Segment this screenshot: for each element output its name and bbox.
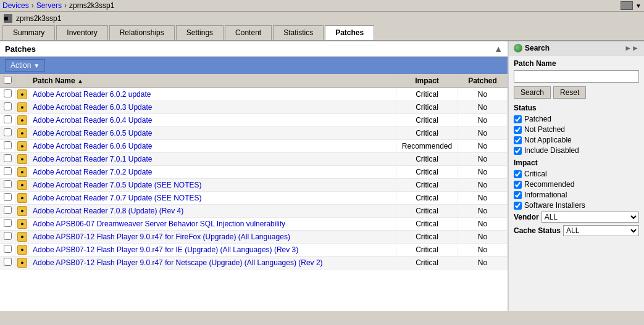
impact-option-1: Recommended — [514, 180, 639, 189]
tab-patches[interactable]: Patches — [325, 25, 374, 40]
row-checkbox-cell[interactable] — [0, 205, 16, 218]
cache-status-filter-row: Cache Status ALL — [514, 225, 639, 236]
row-patched-cell: No — [458, 218, 508, 231]
row-name-cell[interactable]: Adobe Acrobat Reader 7.0.1 Update — [29, 153, 396, 166]
status-checkbox-0[interactable] — [514, 115, 522, 123]
row-name-cell[interactable]: Adobe Acrobat Reader 6.0.4 Update — [29, 114, 396, 127]
status-checkbox-3[interactable] — [514, 147, 522, 155]
row-checkbox-cell[interactable] — [0, 192, 16, 205]
header-patch-name[interactable]: Patch Name ▲ — [29, 74, 396, 88]
row-checkbox-2[interactable] — [4, 115, 12, 123]
row-checkbox-cell[interactable] — [0, 153, 16, 166]
cache-status-select[interactable]: ALL — [563, 225, 639, 236]
patch-link-0[interactable]: Adobe Acrobat Reader 6.0.2 update — [33, 90, 151, 99]
search-button[interactable]: Search — [514, 86, 551, 99]
row-checkbox-cell[interactable] — [0, 257, 16, 269]
row-checkbox-cell[interactable] — [0, 166, 16, 179]
patch-link-1[interactable]: Adobe Acrobat Reader 6.0.3 Update — [33, 103, 152, 112]
patch-type-icon: ● — [17, 206, 27, 216]
patch-name-input[interactable] — [514, 70, 639, 83]
row-checkbox-11[interactable] — [4, 232, 12, 240]
select-all-checkbox[interactable] — [4, 76, 12, 84]
row-checkbox-6[interactable] — [4, 167, 12, 175]
status-checkbox-1[interactable] — [514, 126, 522, 134]
reset-button[interactable]: Reset — [553, 86, 586, 99]
patch-link-10[interactable]: Adobe APSB06-07 Dreamweaver Server Behav… — [33, 220, 285, 228]
search-expand-icon[interactable]: ►► — [624, 44, 639, 52]
tab-settings[interactable]: Settings — [176, 25, 224, 40]
row-name-cell[interactable]: Adobe Acrobat Reader 7.0.7 Update (SEE N… — [29, 192, 396, 205]
row-checkbox-13[interactable] — [4, 258, 12, 266]
row-checkbox-cell[interactable] — [0, 88, 16, 101]
row-name-cell[interactable]: Adobe APSB07-12 Flash Player 9.0.r47 for… — [29, 244, 396, 257]
row-name-cell[interactable]: Adobe Acrobat Reader 7.0.8 (Update) (Rev… — [29, 205, 396, 218]
patch-link-6[interactable]: Adobe Acrobat Reader 7.0.2 Update — [33, 168, 152, 176]
tab-relationships[interactable]: Relationships — [109, 25, 175, 40]
row-checkbox-cell[interactable] — [0, 127, 16, 140]
status-checkbox-2[interactable] — [514, 136, 522, 144]
row-checkbox-12[interactable] — [4, 245, 12, 253]
row-name-cell[interactable]: Adobe Acrobat Reader 6.0.2 update — [29, 88, 396, 101]
impact-checkbox-0[interactable] — [514, 170, 522, 178]
row-checkbox-cell[interactable] — [0, 179, 16, 192]
impact-checkbox-3[interactable] — [514, 202, 522, 210]
patches-table-wrapper[interactable]: Patch Name ▲ Impact Patched ● — [0, 74, 508, 311]
header-patched[interactable]: Patched — [458, 74, 508, 88]
patch-type-icon: ● — [17, 167, 27, 177]
row-checkbox-1[interactable] — [4, 102, 12, 110]
row-name-cell[interactable]: Adobe Acrobat Reader 6.0.3 Update — [29, 101, 396, 114]
row-checkbox-cell[interactable] — [0, 114, 16, 127]
view-icon[interactable] — [621, 1, 633, 10]
impact-checkbox-2[interactable] — [514, 191, 522, 199]
row-checkbox-cell[interactable] — [0, 218, 16, 231]
row-checkbox-cell[interactable] — [0, 101, 16, 114]
row-name-cell[interactable]: Adobe Acrobat Reader 7.0.5 Update (SEE N… — [29, 179, 396, 192]
row-icon-cell: ● — [16, 257, 29, 269]
tab-inventory[interactable]: Inventory — [56, 25, 107, 40]
impact-checkbox-1[interactable] — [514, 181, 522, 189]
tab-statistics[interactable]: Statistics — [273, 25, 324, 40]
row-name-cell[interactable]: Adobe APSB06-07 Dreamweaver Server Behav… — [29, 218, 396, 231]
patch-link-3[interactable]: Adobe Acrobat Reader 6.0.5 Update — [33, 129, 152, 138]
patch-link-5[interactable]: Adobe Acrobat Reader 7.0.1 Update — [33, 155, 152, 163]
tab-summary[interactable]: Summary — [2, 25, 55, 40]
patch-link-12[interactable]: Adobe APSB07-12 Flash Player 9.0.r47 for… — [33, 245, 298, 254]
patch-link-11[interactable]: Adobe APSB07-12 Flash Player 9.0.r47 for… — [33, 232, 290, 241]
patch-link-4[interactable]: Adobe Acrobat Reader 6.0.6 Update — [33, 142, 152, 150]
row-checkbox-10[interactable] — [4, 219, 12, 227]
row-checkbox-7[interactable] — [4, 180, 12, 188]
patch-link-13[interactable]: Adobe APSB07-12 Flash Player 9.0.r47 for… — [33, 258, 323, 267]
row-checkbox-cell[interactable] — [0, 244, 16, 257]
row-checkbox-4[interactable] — [4, 141, 12, 149]
row-checkbox-9[interactable] — [4, 206, 12, 214]
row-checkbox-0[interactable] — [4, 89, 12, 97]
patch-link-2[interactable]: Adobe Acrobat Reader 6.0.4 Update — [33, 116, 152, 125]
patch-link-7[interactable]: Adobe Acrobat Reader 7.0.5 Update (SEE N… — [33, 181, 201, 189]
row-patched-cell: No — [458, 231, 508, 244]
vendor-select[interactable]: ALL — [542, 212, 639, 223]
row-patched-cell: No — [458, 101, 508, 114]
row-name-cell[interactable]: Adobe APSB07-12 Flash Player 9.0.r47 for… — [29, 257, 396, 269]
row-checkbox-cell[interactable] — [0, 140, 16, 153]
dropdown-icon[interactable]: ▼ — [635, 2, 642, 9]
patch-link-8[interactable]: Adobe Acrobat Reader 7.0.7 Update (SEE N… — [33, 194, 201, 202]
row-checkbox-5[interactable] — [4, 154, 12, 162]
row-name-cell[interactable]: Adobe Acrobat Reader 7.0.2 Update — [29, 166, 396, 179]
row-name-cell[interactable]: Adobe Acrobat Reader 6.0.6 Update — [29, 140, 396, 153]
action-button[interactable]: Action ▼ — [5, 59, 45, 72]
patch-link-9[interactable]: Adobe Acrobat Reader 7.0.8 (Update) (Rev… — [33, 207, 183, 215]
row-name-cell[interactable]: Adobe APSB07-12 Flash Player 9.0.r47 for… — [29, 231, 396, 244]
row-checkbox-3[interactable] — [4, 128, 12, 136]
header-impact[interactable]: Impact — [396, 74, 458, 88]
breadcrumb-devices[interactable]: Devices — [2, 1, 29, 10]
row-name-cell[interactable]: Adobe Acrobat Reader 6.0.5 Update — [29, 127, 396, 140]
row-patched-cell: No — [458, 244, 508, 257]
collapse-button[interactable]: ▲ — [494, 44, 503, 54]
header-checkbox[interactable] — [0, 74, 16, 88]
row-checkbox-cell[interactable] — [0, 231, 16, 244]
impact-checkbox-label-0: Critical — [524, 170, 547, 178]
row-checkbox-8[interactable] — [4, 193, 12, 201]
row-patched-cell: No — [458, 192, 508, 205]
breadcrumb-servers[interactable]: Servers — [36, 1, 62, 10]
tab-content[interactable]: Content — [225, 25, 272, 40]
